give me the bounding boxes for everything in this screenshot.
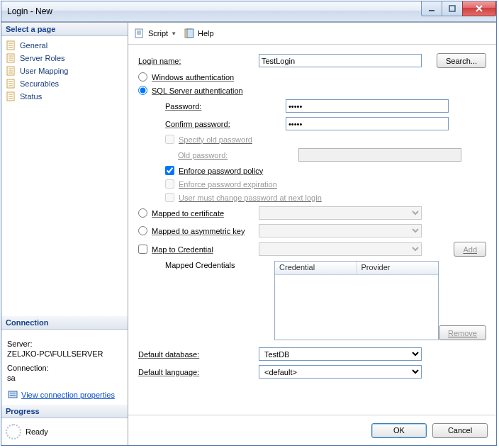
- connection-icon: [7, 389, 18, 401]
- cert-select: [259, 206, 422, 220]
- mapped-asym-radio[interactable]: [138, 226, 147, 235]
- login-name-input[interactable]: [259, 54, 422, 67]
- page-securables[interactable]: Securables: [4, 77, 125, 90]
- asym-select: [259, 224, 422, 237]
- select-page-header: Select a page: [1, 23, 128, 36]
- view-connection-link[interactable]: View connection properties: [21, 391, 115, 399]
- svg-rect-12: [187, 29, 194, 38]
- credentials-table[interactable]: Credential Provider: [274, 261, 439, 340]
- server-label: Server:: [7, 340, 122, 348]
- page-label: Securables: [20, 79, 59, 88]
- mapped-asym-label: Mapped to asymmetric key: [152, 227, 245, 235]
- default-lang-label: Default language:: [138, 368, 259, 376]
- specify-old-password-checkbox: [165, 135, 174, 144]
- server-value: ZELJKO-PC\FULLSERVER: [7, 349, 122, 358]
- left-pane: Select a page General Server Roles User …: [1, 23, 128, 445]
- sql-auth-label: SQL Server authentication: [152, 86, 243, 95]
- old-password-label: Old password:: [138, 151, 298, 159]
- mapped-cert-radio[interactable]: [138, 208, 147, 218]
- script-icon: [134, 28, 145, 39]
- close-icon: [475, 5, 483, 12]
- page-icon: [6, 52, 17, 64]
- page-general[interactable]: General: [4, 39, 125, 52]
- cred-col-credential: Credential: [275, 262, 357, 274]
- svg-rect-1: [449, 6, 455, 11]
- help-icon: [184, 28, 195, 39]
- window-buttons: [422, 1, 496, 16]
- cred-col-provider: Provider: [357, 262, 439, 274]
- mapped-cert-label: Mapped to certificate: [152, 209, 224, 218]
- help-button[interactable]: Help: [184, 28, 214, 39]
- login-window: Login - New Select a page General: [1, 1, 497, 446]
- dropdown-arrow-icon: ▼: [171, 30, 176, 37]
- help-label: Help: [198, 29, 214, 38]
- cancel-button[interactable]: Cancel: [432, 423, 488, 438]
- form-content: Login name: Search... Windows authentica…: [128, 45, 496, 415]
- progress-header: Progress: [1, 405, 128, 418]
- maximize-button[interactable]: [442, 1, 463, 16]
- confirm-password-input[interactable]: [286, 117, 449, 130]
- windows-auth-radio[interactable]: [138, 72, 147, 82]
- map-credential-checkbox[interactable]: [138, 245, 147, 254]
- enforce-expiration-checkbox: [165, 179, 174, 189]
- page-label: General: [20, 41, 47, 50]
- page-list: General Server Roles User Mapping Secura…: [1, 36, 128, 106]
- password-label: Password:: [138, 102, 286, 111]
- default-db-select[interactable]: TestDB: [259, 347, 422, 361]
- page-status[interactable]: Status: [4, 90, 125, 103]
- must-change-checkbox: [165, 193, 174, 202]
- script-label: Script: [148, 29, 168, 38]
- svg-rect-7: [9, 391, 17, 398]
- credential-select: [259, 242, 422, 256]
- default-db-label: Default database:: [138, 350, 259, 359]
- connection-header: Connection: [1, 316, 128, 330]
- window-title: Login - New: [7, 6, 422, 16]
- dialog-body: Select a page General Server Roles User …: [1, 22, 496, 445]
- windows-auth-label: Windows authentication: [152, 73, 234, 82]
- page-label: User Mapping: [20, 67, 68, 75]
- svg-rect-9: [10, 395, 16, 396]
- titlebar: Login - New: [1, 1, 496, 22]
- page-icon: [6, 91, 17, 102]
- maximize-icon: [449, 5, 456, 12]
- svg-rect-10: [135, 29, 142, 38]
- svg-rect-8: [10, 393, 16, 393]
- script-button[interactable]: Script ▼: [134, 28, 176, 39]
- progress-body: Ready: [1, 418, 128, 445]
- enforce-policy-checkbox[interactable]: [165, 166, 174, 175]
- progress-status: Ready: [26, 427, 48, 436]
- login-name-label: Login name:: [138, 57, 259, 65]
- sql-auth-radio[interactable]: [138, 86, 147, 95]
- close-button[interactable]: [462, 1, 496, 16]
- must-change-label: User must change password at next login: [179, 194, 322, 202]
- page-user-mapping[interactable]: User Mapping: [4, 65, 125, 77]
- remove-button: Remove: [439, 325, 486, 340]
- password-input[interactable]: [286, 99, 449, 113]
- page-server-roles[interactable]: Server Roles: [4, 52, 125, 65]
- page-label: Server Roles: [20, 54, 65, 62]
- spinner-icon: [6, 424, 21, 439]
- dialog-footer: OK Cancel: [128, 415, 496, 445]
- page-label: Status: [20, 92, 42, 101]
- search-button[interactable]: Search...: [437, 53, 486, 68]
- credentials-header: Credential Provider: [275, 262, 438, 275]
- toolbar: Script ▼ Help: [128, 23, 496, 45]
- connection-body: Server: ZELJKO-PC\FULLSERVER Connection:…: [1, 330, 128, 405]
- enforce-expiration-label: Enforce password expiration: [179, 180, 277, 189]
- old-password-input: [298, 148, 461, 162]
- minimize-button[interactable]: [421, 1, 442, 16]
- connection-value: sa: [7, 374, 122, 382]
- default-lang-select[interactable]: <default>: [259, 365, 422, 379]
- map-credential-label: Map to Credential: [152, 245, 213, 254]
- svg-rect-0: [429, 10, 434, 11]
- page-icon: [6, 78, 17, 89]
- enforce-policy-label: Enforce password policy: [179, 167, 263, 175]
- confirm-password-label: Confirm password:: [138, 120, 286, 128]
- page-icon: [6, 65, 17, 77]
- mapped-credentials-label: Mapped Credentials: [138, 261, 274, 269]
- ok-button[interactable]: OK: [371, 423, 427, 438]
- add-button: Add: [454, 242, 486, 257]
- specify-old-password-label: Specify old password: [179, 135, 252, 144]
- right-pane: Script ▼ Help Login name: Search...: [128, 23, 496, 445]
- connection-label: Connection:: [7, 364, 122, 372]
